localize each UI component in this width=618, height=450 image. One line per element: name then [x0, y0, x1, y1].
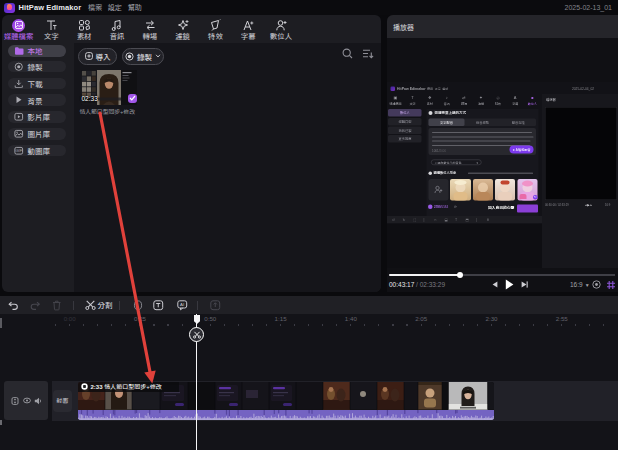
svg-text:GIF: GIF [15, 148, 22, 153]
svg-text:AI: AI [180, 302, 184, 307]
